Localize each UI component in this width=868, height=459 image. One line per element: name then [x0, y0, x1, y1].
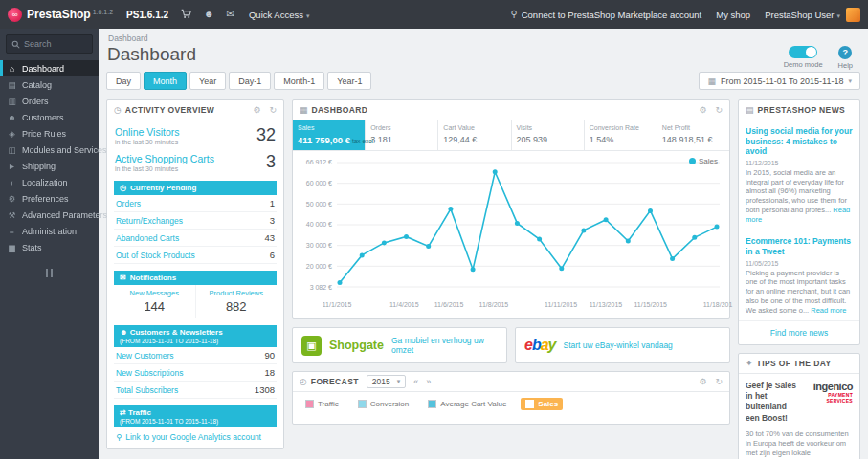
quick-access-menu[interactable]: Quick Access▾ — [249, 10, 310, 20]
google-analytics-link[interactable]: ⚲ Link to your Google Analytics account — [107, 427, 283, 448]
orders-notification-icon[interactable] — [181, 9, 191, 21]
chevron-down-icon: ▾ — [836, 12, 840, 19]
returns-link[interactable]: Return/Exchanges — [116, 216, 183, 226]
new-messages-cell: New Messages 144 — [114, 285, 195, 318]
new-subscriptions-link[interactable]: New Subscriptions — [116, 368, 183, 378]
sidebar-item-preferences[interactable]: ⚙ Preferences — [0, 190, 99, 207]
pending-row-orders: Orders 1 — [114, 195, 277, 212]
sidebar-item-modules[interactable]: ◫ Modules and Services — [0, 142, 99, 158]
messages-notification-icon[interactable]: ✉ — [227, 10, 234, 19]
new-messages-link[interactable]: New Messages — [116, 289, 193, 297]
search-icon — [11, 40, 20, 49]
forecast-legend-conversion[interactable]: Conversion — [353, 398, 413, 410]
shopgate-promo-link[interactable]: Ga mobiel en verhoog uw omzet — [391, 336, 498, 355]
sidebar-item-advanced-parameters[interactable]: ⚒ Advanced Parameters — [0, 207, 99, 223]
refresh-icon[interactable]: ↻ — [269, 105, 277, 115]
range-month-button[interactable]: Month — [144, 72, 187, 90]
shopgate-promo-card[interactable]: ▣ Shopgate Ga mobiel en verhoog uw omzet — [292, 327, 507, 363]
shop-name[interactable]: PS1.6.1.2 — [126, 10, 168, 20]
active-carts-link[interactable]: Active Shopping Carts — [115, 153, 214, 164]
forecast-legend-traffic[interactable]: Traffic — [300, 398, 344, 410]
refresh-icon[interactable]: ↻ — [715, 377, 723, 386]
range-year-button[interactable]: Year — [189, 72, 226, 90]
user-menu[interactable]: PrestaShop User▾ — [765, 10, 840, 20]
sidebar-item-administration[interactable]: ≡ Administration — [0, 223, 99, 239]
topbar: ∞ PrestaShop 1.6.1.2 PS1.6.1.2 ☻ ✉ Quick… — [0, 0, 868, 29]
abandoned-carts-link[interactable]: Abandoned Carts — [116, 233, 179, 243]
sidebar-item-label: Preferences — [22, 194, 69, 204]
sidebar-item-shipping[interactable]: ► Shipping — [0, 158, 99, 174]
kpi-visits[interactable]: Visits 205 939 — [512, 120, 585, 150]
refresh-icon[interactable]: ↻ — [715, 105, 723, 115]
range-day-button[interactable]: Day — [106, 72, 141, 90]
ingenico-logo: ingenico PAYMENT SERVICES — [803, 381, 853, 423]
sidebar-item-localization[interactable]: ◐ Localization — [0, 174, 99, 190]
product-reviews-cell: Product Reviews 882 — [195, 285, 278, 318]
news-item-date: 11/12/2015 — [746, 160, 853, 166]
ebay-logo-icon: ebay — [524, 337, 556, 354]
gear-icon[interactable]: ⚙ — [699, 377, 706, 386]
chart-legend[interactable]: Sales — [689, 157, 718, 165]
news-item-title[interactable]: Using social media for your business: 4 … — [746, 126, 853, 157]
kpi-orders[interactable]: Orders 3 181 — [366, 120, 438, 150]
my-shop-link[interactable]: My shop — [716, 10, 750, 20]
marketplace-link[interactable]: Connect to PrestaShop Marketplace accoun… — [522, 10, 702, 20]
forecast-next-button[interactable]: » — [426, 377, 431, 386]
search-input[interactable] — [24, 39, 87, 49]
breadcrumb: Dashboard — [108, 33, 860, 43]
total-subscribers-link[interactable]: Total Subscribers — [116, 385, 178, 395]
sidebar-item-price-rules[interactable]: ◈ Price Rules — [0, 125, 99, 142]
customers-notification-icon[interactable]: ☻ — [204, 10, 214, 19]
new-customers-link[interactable]: New Customers — [116, 351, 173, 361]
sliders-icon: ⚙ — [7, 194, 17, 204]
sidebar-item-stats[interactable]: ▆ Stats — [0, 239, 99, 255]
gear-icon[interactable]: ⚙ — [253, 105, 260, 115]
gear-icon[interactable]: ⚙ — [699, 105, 706, 115]
online-visitors-link[interactable]: Online Visitors — [115, 126, 180, 138]
news-item-title[interactable]: Ecommerce 101: Payments in a Tweet — [746, 236, 853, 256]
sidebar-item-orders[interactable]: ▥ Orders — [0, 93, 99, 109]
sidebar-collapse-button[interactable] — [40, 269, 59, 277]
forecast-prev-button[interactable]: « — [413, 377, 418, 386]
out-of-stock-link[interactable]: Out of Stock Products — [116, 251, 195, 260]
modules-icon: ◫ — [7, 145, 17, 155]
sales-chart-plot: Sales — [337, 159, 720, 300]
help-icon[interactable]: ? — [838, 46, 852, 59]
kpi-conversion-rate[interactable]: Conversion Rate 1.54% — [585, 120, 657, 150]
price-tag-icon: ◈ — [7, 129, 17, 139]
ebay-promo-card[interactable]: ebay Start uw eBay-winkel vandaag — [515, 327, 730, 363]
forecast-legend: Traffic Conversion Average Cart Value Sa… — [293, 392, 729, 424]
sidebar-item-catalog[interactable]: ▤ Catalog — [0, 76, 99, 93]
sidebar-item-customers[interactable]: ☻ Customers — [0, 109, 99, 125]
kpi-sales[interactable]: Sales 411 759,00 €tax excl. — [293, 120, 366, 150]
user-avatar[interactable] — [846, 8, 860, 22]
product-reviews-link[interactable]: Product Reviews — [198, 289, 276, 297]
forecast-legend-average-cart-value[interactable]: Average Cart Value — [423, 398, 511, 410]
prestashop-logo-icon[interactable]: ∞ — [8, 8, 22, 22]
brand-name[interactable]: PrestaShop — [27, 8, 91, 21]
demo-mode-toggle[interactable] — [789, 46, 817, 58]
sidebar-item-label: Administration — [22, 227, 77, 236]
ebay-promo-link[interactable]: Start uw eBay-winkel vandaag — [564, 340, 673, 350]
kpi-net-profit[interactable]: Net Profit 148 918,51 € — [657, 120, 729, 150]
range-month-1-button[interactable]: Month-1 — [274, 72, 324, 90]
sidebar-item-label: Price Rules — [22, 129, 66, 139]
forecast-legend-sales[interactable]: Sales — [521, 398, 563, 410]
tip-heading-link[interactable]: Geef je Sales in het buitenland een Boos… — [746, 381, 798, 423]
kpi-cart-value[interactable]: Cart Value 129,44 € — [438, 120, 511, 150]
read-more-link[interactable]: Read more — [811, 306, 846, 315]
date-range-button[interactable]: ▦ From 2015-11-01 To 2015-11-18 ▾ — [699, 72, 860, 90]
sales-swatch-icon — [525, 400, 534, 408]
sidebar-item-dashboard[interactable]: ⌂ Dashboard — [0, 60, 99, 76]
range-day-1-button[interactable]: Day-1 — [229, 72, 271, 90]
customers-newsletters-header: ☻ Customers & Newsletters (FROM 2015-11-… — [114, 325, 277, 347]
orders-link[interactable]: Orders — [116, 199, 141, 208]
find-more-news-link[interactable]: Find more news — [739, 321, 859, 344]
notifications-header: ✉ Notifications — [114, 271, 277, 285]
chevron-down-icon: ▾ — [848, 77, 852, 85]
link-icon: ⚲ — [116, 432, 122, 442]
dashboard-panel: ▦ DASHBOARD ⚙ ↻ Sales 411 759,00 €tax ex… — [292, 99, 730, 319]
traffic-swatch-icon — [305, 400, 314, 408]
range-year-1-button[interactable]: Year-1 — [327, 72, 371, 90]
forecast-year-select[interactable]: 2015 ▾ — [367, 375, 406, 388]
